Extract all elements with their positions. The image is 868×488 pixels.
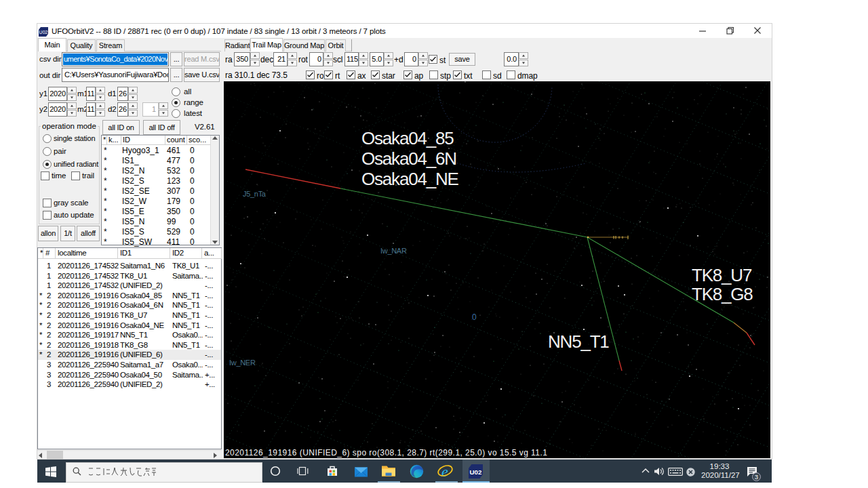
svg-text:Iw_NAR: Iw_NAR: [380, 247, 407, 255]
svg-text:U02: U02: [470, 468, 482, 476]
svg-text:0: 0: [472, 312, 477, 322]
svg-text:Iw_NER: Iw_NER: [229, 359, 256, 367]
svg-text:20201126_191916 (UNIFIED_6) sp: 20201126_191916 (UNIFIED_6) spo ro(308.1…: [225, 448, 547, 458]
svg-text:Osaka04_6N: Osaka04_6N: [361, 148, 456, 169]
svg-text:J5_nTa: J5_nTa: [243, 190, 267, 198]
svg-text:NN5_T1: NN5_T1: [548, 331, 609, 352]
svg-text:TK8_U7: TK8_U7: [692, 265, 752, 285]
svg-text:Osaka04_NE: Osaka04_NE: [361, 169, 458, 189]
svg-text:TK8_G8: TK8_G8: [692, 284, 753, 304]
svg-text:U02: U02: [39, 30, 48, 35]
svg-text:Osaka04_85: Osaka04_85: [361, 128, 454, 148]
